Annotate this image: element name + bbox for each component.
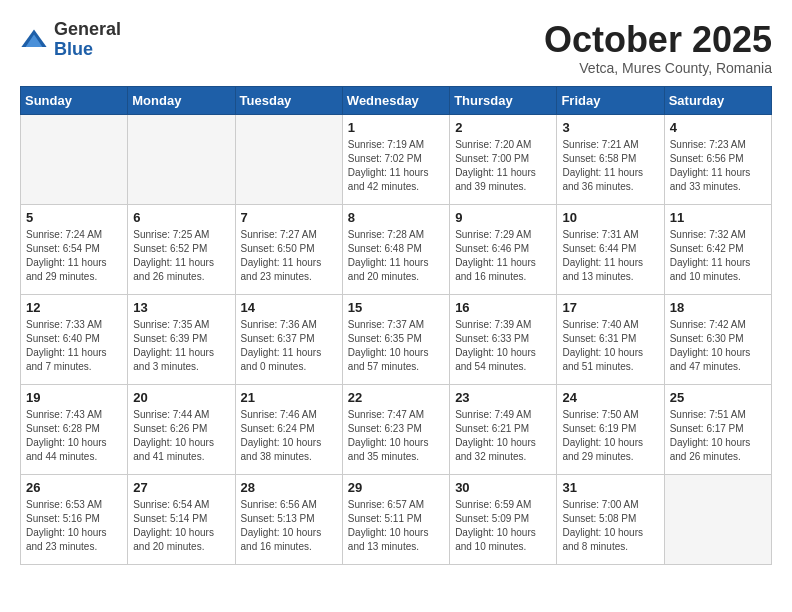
day-number: 8 [348,210,444,225]
day-info: Sunrise: 7:39 AM Sunset: 6:33 PM Dayligh… [455,318,551,374]
day-info: Sunrise: 7:21 AM Sunset: 6:58 PM Dayligh… [562,138,658,194]
day-number: 31 [562,480,658,495]
day-info: Sunrise: 7:23 AM Sunset: 6:56 PM Dayligh… [670,138,766,194]
calendar-cell: 19Sunrise: 7:43 AM Sunset: 6:28 PM Dayli… [21,384,128,474]
calendar-cell: 18Sunrise: 7:42 AM Sunset: 6:30 PM Dayli… [664,294,771,384]
day-number: 16 [455,300,551,315]
day-info: Sunrise: 6:57 AM Sunset: 5:11 PM Dayligh… [348,498,444,554]
day-info: Sunrise: 6:56 AM Sunset: 5:13 PM Dayligh… [241,498,337,554]
day-number: 19 [26,390,122,405]
day-number: 4 [670,120,766,135]
day-info: Sunrise: 6:59 AM Sunset: 5:09 PM Dayligh… [455,498,551,554]
calendar-cell: 8Sunrise: 7:28 AM Sunset: 6:48 PM Daylig… [342,204,449,294]
day-number: 21 [241,390,337,405]
logo-general-text: General [54,20,121,40]
calendar-cell: 26Sunrise: 6:53 AM Sunset: 5:16 PM Dayli… [21,474,128,564]
day-number: 12 [26,300,122,315]
weekday-header-friday: Friday [557,86,664,114]
month-title: October 2025 [544,20,772,60]
calendar-cell: 4Sunrise: 7:23 AM Sunset: 6:56 PM Daylig… [664,114,771,204]
calendar-cell: 20Sunrise: 7:44 AM Sunset: 6:26 PM Dayli… [128,384,235,474]
calendar-cell: 7Sunrise: 7:27 AM Sunset: 6:50 PM Daylig… [235,204,342,294]
day-number: 28 [241,480,337,495]
calendar-cell: 15Sunrise: 7:37 AM Sunset: 6:35 PM Dayli… [342,294,449,384]
day-number: 23 [455,390,551,405]
weekday-header-row: SundayMondayTuesdayWednesdayThursdayFrid… [21,86,772,114]
day-number: 13 [133,300,229,315]
day-info: Sunrise: 7:49 AM Sunset: 6:21 PM Dayligh… [455,408,551,464]
weekday-header-saturday: Saturday [664,86,771,114]
day-info: Sunrise: 7:27 AM Sunset: 6:50 PM Dayligh… [241,228,337,284]
day-info: Sunrise: 7:35 AM Sunset: 6:39 PM Dayligh… [133,318,229,374]
day-info: Sunrise: 7:33 AM Sunset: 6:40 PM Dayligh… [26,318,122,374]
day-number: 26 [26,480,122,495]
weekday-header-thursday: Thursday [450,86,557,114]
calendar-cell: 24Sunrise: 7:50 AM Sunset: 6:19 PM Dayli… [557,384,664,474]
weekday-header-monday: Monday [128,86,235,114]
day-info: Sunrise: 7:20 AM Sunset: 7:00 PM Dayligh… [455,138,551,194]
calendar-cell: 16Sunrise: 7:39 AM Sunset: 6:33 PM Dayli… [450,294,557,384]
day-info: Sunrise: 6:54 AM Sunset: 5:14 PM Dayligh… [133,498,229,554]
calendar-week-5: 26Sunrise: 6:53 AM Sunset: 5:16 PM Dayli… [21,474,772,564]
calendar-cell: 17Sunrise: 7:40 AM Sunset: 6:31 PM Dayli… [557,294,664,384]
day-number: 2 [455,120,551,135]
day-number: 25 [670,390,766,405]
title-area: October 2025 Vetca, Mures County, Romani… [544,20,772,76]
day-info: Sunrise: 7:42 AM Sunset: 6:30 PM Dayligh… [670,318,766,374]
calendar-cell: 27Sunrise: 6:54 AM Sunset: 5:14 PM Dayli… [128,474,235,564]
logo-blue-text: Blue [54,40,121,60]
calendar-cell: 14Sunrise: 7:36 AM Sunset: 6:37 PM Dayli… [235,294,342,384]
day-number: 10 [562,210,658,225]
logo: General Blue [20,20,121,60]
day-info: Sunrise: 7:46 AM Sunset: 6:24 PM Dayligh… [241,408,337,464]
day-number: 1 [348,120,444,135]
day-number: 20 [133,390,229,405]
calendar-cell: 3Sunrise: 7:21 AM Sunset: 6:58 PM Daylig… [557,114,664,204]
day-info: Sunrise: 7:32 AM Sunset: 6:42 PM Dayligh… [670,228,766,284]
day-info: Sunrise: 7:40 AM Sunset: 6:31 PM Dayligh… [562,318,658,374]
day-info: Sunrise: 7:36 AM Sunset: 6:37 PM Dayligh… [241,318,337,374]
calendar-cell: 1Sunrise: 7:19 AM Sunset: 7:02 PM Daylig… [342,114,449,204]
calendar-cell: 31Sunrise: 7:00 AM Sunset: 5:08 PM Dayli… [557,474,664,564]
calendar-week-2: 5Sunrise: 7:24 AM Sunset: 6:54 PM Daylig… [21,204,772,294]
calendar-week-4: 19Sunrise: 7:43 AM Sunset: 6:28 PM Dayli… [21,384,772,474]
calendar-cell: 23Sunrise: 7:49 AM Sunset: 6:21 PM Dayli… [450,384,557,474]
weekday-header-wednesday: Wednesday [342,86,449,114]
calendar-cell [21,114,128,204]
calendar-cell: 21Sunrise: 7:46 AM Sunset: 6:24 PM Dayli… [235,384,342,474]
day-number: 30 [455,480,551,495]
weekday-header-sunday: Sunday [21,86,128,114]
calendar-week-1: 1Sunrise: 7:19 AM Sunset: 7:02 PM Daylig… [21,114,772,204]
calendar-cell: 25Sunrise: 7:51 AM Sunset: 6:17 PM Dayli… [664,384,771,474]
calendar-body: 1Sunrise: 7:19 AM Sunset: 7:02 PM Daylig… [21,114,772,564]
day-info: Sunrise: 7:44 AM Sunset: 6:26 PM Dayligh… [133,408,229,464]
page-header: General Blue October 2025 Vetca, Mures C… [20,20,772,76]
day-info: Sunrise: 7:28 AM Sunset: 6:48 PM Dayligh… [348,228,444,284]
day-number: 11 [670,210,766,225]
day-info: Sunrise: 7:51 AM Sunset: 6:17 PM Dayligh… [670,408,766,464]
day-number: 9 [455,210,551,225]
calendar-cell: 2Sunrise: 7:20 AM Sunset: 7:00 PM Daylig… [450,114,557,204]
day-number: 18 [670,300,766,315]
day-info: Sunrise: 7:43 AM Sunset: 6:28 PM Dayligh… [26,408,122,464]
weekday-header-tuesday: Tuesday [235,86,342,114]
calendar-table: SundayMondayTuesdayWednesdayThursdayFrid… [20,86,772,565]
day-number: 29 [348,480,444,495]
day-number: 15 [348,300,444,315]
calendar-cell: 9Sunrise: 7:29 AM Sunset: 6:46 PM Daylig… [450,204,557,294]
day-info: Sunrise: 7:47 AM Sunset: 6:23 PM Dayligh… [348,408,444,464]
day-info: Sunrise: 7:50 AM Sunset: 6:19 PM Dayligh… [562,408,658,464]
calendar-cell: 12Sunrise: 7:33 AM Sunset: 6:40 PM Dayli… [21,294,128,384]
logo-icon [20,26,48,54]
day-number: 24 [562,390,658,405]
calendar-cell: 22Sunrise: 7:47 AM Sunset: 6:23 PM Dayli… [342,384,449,474]
day-number: 6 [133,210,229,225]
calendar-cell [128,114,235,204]
calendar-cell [235,114,342,204]
calendar-cell: 11Sunrise: 7:32 AM Sunset: 6:42 PM Dayli… [664,204,771,294]
day-info: Sunrise: 7:29 AM Sunset: 6:46 PM Dayligh… [455,228,551,284]
calendar-cell: 13Sunrise: 7:35 AM Sunset: 6:39 PM Dayli… [128,294,235,384]
day-info: Sunrise: 7:00 AM Sunset: 5:08 PM Dayligh… [562,498,658,554]
day-number: 7 [241,210,337,225]
day-info: Sunrise: 7:31 AM Sunset: 6:44 PM Dayligh… [562,228,658,284]
